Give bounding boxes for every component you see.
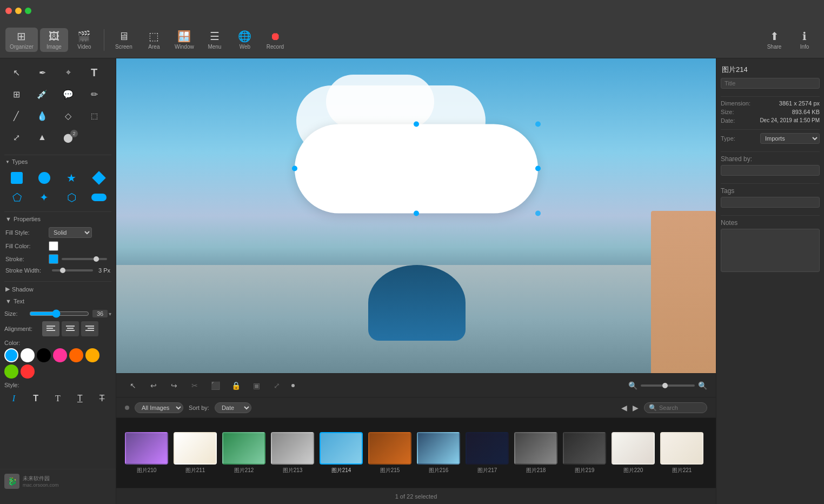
fullscreen-button[interactable] bbox=[25, 8, 31, 14]
toolbar-item-area[interactable]: ⬚ Area bbox=[140, 28, 168, 52]
list-item[interactable]: 图片216 bbox=[417, 432, 460, 474]
tool-drop[interactable]: 💧 bbox=[30, 106, 54, 125]
tool-pen[interactable]: ✒ bbox=[30, 63, 54, 82]
cut-button[interactable]: ✂ bbox=[187, 379, 203, 393]
toolbar-item-info[interactable]: ℹ Info bbox=[790, 28, 819, 52]
stroke-width-slider-thumb[interactable] bbox=[60, 268, 65, 273]
toolbar-item-menu[interactable]: ☰ Menu bbox=[201, 28, 229, 52]
list-item[interactable]: 图片221 bbox=[660, 432, 703, 474]
fill-color-swatch[interactable] bbox=[49, 241, 58, 251]
toolbar-item-web[interactable]: 🌐 Web bbox=[231, 28, 259, 52]
style-serif-button[interactable]: T bbox=[49, 390, 68, 407]
text-header[interactable]: ▼ Text bbox=[0, 295, 116, 307]
toolbar-item-screen[interactable]: 🖥 Screen bbox=[110, 28, 138, 52]
align-left-button[interactable] bbox=[42, 321, 59, 336]
type-pentagon[interactable]: ⬠ bbox=[4, 189, 30, 206]
list-item[interactable]: 图片220 bbox=[612, 432, 655, 474]
list-item[interactable]: 图片211 bbox=[174, 432, 217, 474]
undo-button[interactable]: ↩ bbox=[145, 379, 162, 393]
stroke-slider-thumb[interactable] bbox=[94, 256, 99, 262]
next-nav-button[interactable]: ▶ bbox=[633, 403, 639, 412]
minimize-button[interactable] bbox=[15, 8, 22, 14]
color-white[interactable] bbox=[21, 348, 35, 362]
fill-button[interactable]: ⬛ bbox=[207, 379, 223, 393]
handle-top[interactable] bbox=[414, 121, 419, 127]
toolbar-item-share[interactable]: ⬆ Share bbox=[760, 28, 788, 52]
all-images-select[interactable]: All Images bbox=[135, 402, 183, 413]
zoom-slider-thumb[interactable] bbox=[662, 383, 668, 388]
rs-title-input[interactable] bbox=[721, 78, 820, 89]
shadow-header[interactable]: ▶ Shadow bbox=[0, 283, 116, 295]
list-item[interactable]: 图片217 bbox=[466, 432, 509, 474]
type-circle[interactable] bbox=[32, 169, 57, 187]
lock-button[interactable]: 🔒 bbox=[228, 379, 244, 393]
type-hexagon[interactable]: ⬡ bbox=[59, 189, 84, 206]
handle-right[interactable] bbox=[535, 166, 541, 171]
list-item[interactable]: 图片212 bbox=[222, 432, 265, 474]
tool-pencil[interactable]: ✏ bbox=[82, 84, 106, 104]
rs-notes-textarea[interactable] bbox=[721, 229, 820, 272]
rs-tags-input[interactable] bbox=[721, 197, 820, 208]
sort-select[interactable]: Date Name Size bbox=[215, 402, 251, 413]
color-cyan[interactable] bbox=[4, 348, 18, 362]
properties-header[interactable]: ▼ Properties bbox=[0, 213, 116, 225]
search-input[interactable] bbox=[659, 404, 702, 411]
type-square[interactable] bbox=[4, 169, 30, 187]
handle-bottom[interactable] bbox=[414, 210, 419, 216]
text-size-stepper[interactable]: ▾ bbox=[109, 311, 111, 317]
list-item[interactable]: 图片218 bbox=[514, 432, 557, 474]
color-orange[interactable] bbox=[69, 348, 83, 362]
color-pink[interactable] bbox=[53, 348, 67, 362]
tool-text[interactable]: T bbox=[82, 63, 106, 82]
select-tool-button[interactable]: ↖ bbox=[125, 379, 141, 393]
tool-arrow[interactable]: ↖ bbox=[4, 63, 28, 82]
toolbar-item-video[interactable]: 🎬 Video bbox=[70, 28, 98, 52]
tool-badge[interactable]: ⬤ 2 bbox=[56, 128, 80, 147]
handle-left[interactable] bbox=[292, 166, 297, 171]
handle-top-right[interactable] bbox=[535, 121, 541, 127]
rs-shared-input[interactable] bbox=[721, 165, 820, 176]
stroke-color-swatch[interactable] bbox=[49, 254, 58, 264]
rs-type-select[interactable]: Imports Exports All bbox=[760, 133, 820, 144]
tool-speech[interactable]: 💬 bbox=[56, 84, 80, 104]
list-item[interactable]: 图片213 bbox=[271, 432, 314, 474]
tool-eyedropper[interactable]: 💉 bbox=[30, 84, 54, 104]
toolbar-item-image[interactable]: 🖼 Image bbox=[40, 28, 68, 52]
fill-style-select[interactable]: Solid None Gradient bbox=[49, 227, 92, 238]
prev-nav-button[interactable]: ◀ bbox=[621, 403, 627, 412]
redo-button[interactable]: ↪ bbox=[166, 379, 182, 393]
tool-line[interactable]: ╱ bbox=[4, 106, 28, 125]
type-star6[interactable]: ✦ bbox=[32, 189, 57, 206]
type-pill[interactable] bbox=[87, 189, 112, 206]
style-strikethrough-button[interactable]: T bbox=[92, 390, 111, 407]
type-star5[interactable]: ★ bbox=[59, 169, 84, 187]
align-right-button[interactable] bbox=[81, 321, 98, 336]
type-diamond[interactable] bbox=[87, 169, 112, 187]
tool-eraser[interactable]: ◇ bbox=[56, 106, 80, 125]
expand-button[interactable]: ⤢ bbox=[269, 379, 285, 393]
tool-crop[interactable]: ⤢ bbox=[4, 128, 28, 147]
handle-bottom-right[interactable] bbox=[535, 210, 541, 216]
tool-selection[interactable]: ⬚ bbox=[82, 106, 106, 125]
toolbar-item-organizer[interactable]: ⊞ Organizer bbox=[5, 28, 38, 52]
toolbar-item-window[interactable]: 🪟 Window bbox=[170, 28, 198, 52]
close-button[interactable] bbox=[5, 8, 12, 14]
text-size-slider[interactable] bbox=[29, 309, 89, 318]
style-bold-button[interactable]: T bbox=[26, 390, 45, 407]
color-yellow[interactable] bbox=[85, 348, 99, 362]
zoom-in-icon[interactable]: 🔍 bbox=[698, 381, 707, 390]
list-item[interactable]: 图片214 bbox=[320, 432, 363, 474]
list-item[interactable]: 图片219 bbox=[563, 432, 606, 474]
style-underline-button[interactable]: T bbox=[70, 390, 89, 407]
canvas-wrapper[interactable] bbox=[116, 58, 716, 373]
frame-button[interactable]: ▣ bbox=[248, 379, 264, 393]
align-center-button[interactable] bbox=[62, 321, 79, 336]
toolbar-item-record[interactable]: ⏺ Record bbox=[261, 28, 289, 52]
tool-lasso[interactable]: ⌖ bbox=[56, 63, 80, 82]
tool-triangle[interactable]: ▲ bbox=[30, 128, 54, 147]
color-red[interactable] bbox=[21, 364, 35, 379]
list-item[interactable]: 图片215 bbox=[368, 432, 411, 474]
zoom-out-icon[interactable]: 🔍 bbox=[628, 381, 637, 390]
list-item[interactable]: 图片210 bbox=[125, 432, 168, 474]
color-black[interactable] bbox=[37, 348, 51, 362]
